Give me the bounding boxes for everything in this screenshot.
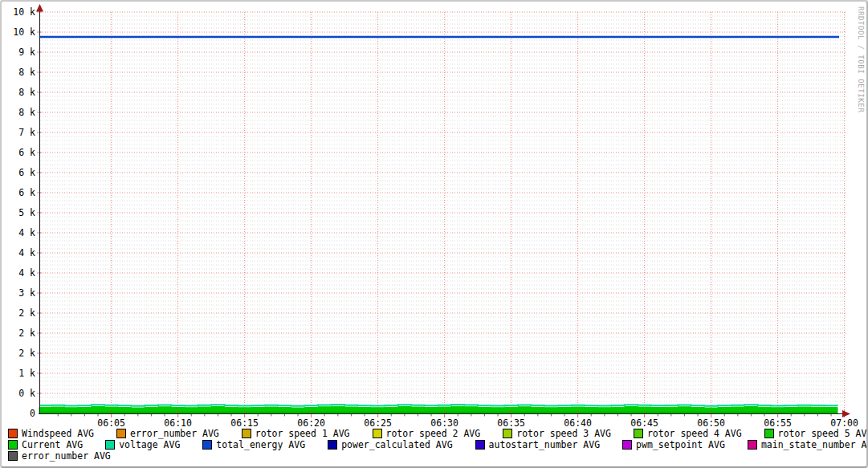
legend-row: Windspeed AVGerror_number AVGrotor speed… [8,428,862,439]
svg-text:8 k: 8 k [18,87,35,98]
svg-text:8 k: 8 k [18,67,35,78]
legend-item: error_number AVG [116,428,219,439]
legend-label: rotor speed 5 AVG [778,428,868,439]
legend-color-swatch-icon [105,440,115,450]
svg-text:4 k: 4 k [18,227,35,238]
legend-item: Windspeed AVG [8,428,94,439]
legend-item: voltage AVG [105,439,180,450]
watermark-text: RRDTOOL / TOBI OETIKER [857,6,865,112]
legend-label: autostart_number AVG [489,439,600,450]
svg-text:10 k: 10 k [13,6,35,18]
svg-text:4 k: 4 k [18,247,35,258]
legend-item: autostart_number AVG [475,439,600,450]
legend-item: power_calculated AVG [328,439,452,450]
legend: Windspeed AVGerror_number AVGrotor speed… [8,428,862,462]
legend-color-swatch-icon [8,451,18,461]
legend-color-swatch-icon [8,440,18,450]
legend-color-swatch-icon [748,440,757,450]
svg-text:06:10: 06:10 [164,417,192,429]
svg-text:3 k: 3 k [18,287,35,299]
legend-label: rotor speed 3 AVG [516,428,611,439]
legend-label: rotor speed 2 AVG [386,428,481,439]
svg-text:06:05: 06:05 [97,417,125,429]
svg-text:07:00: 07:00 [830,417,858,429]
legend-label: error_number AVG [130,428,219,439]
legend-row: error_number AVG [8,450,862,462]
legend-item: rotor speed 4 AVG [634,428,742,439]
svg-text:06:45: 06:45 [630,417,658,429]
legend-label: rotor speed 4 AVG [647,428,742,439]
svg-text:06:25: 06:25 [364,417,392,429]
legend-label: main_state_number AVG [761,439,868,450]
svg-text:1 k: 1 k [18,368,35,379]
svg-text:06:50: 06:50 [697,417,725,429]
legend-label: voltage AVG [119,439,180,450]
svg-text:2 k: 2 k [18,348,35,359]
svg-text:2 k: 2 k [18,328,35,339]
svg-text:5 k: 5 k [18,207,35,218]
svg-text:0 k: 0 k [18,388,35,399]
legend-label: rotor speed 1 AVG [255,428,350,439]
legend-item: Current AVG [8,439,83,450]
svg-text:6 k: 6 k [18,187,35,198]
svg-text:6 k: 6 k [18,147,35,158]
svg-text:06:20: 06:20 [297,417,325,429]
legend-row: Current AVGvoltage AVGtotal_energy AVGpo… [8,439,862,450]
legend-color-swatch-icon [764,429,774,438]
legend-color-swatch-icon [116,429,126,438]
legend-label: Windspeed AVG [22,428,94,439]
svg-text:8 k: 8 k [18,107,35,118]
legend-color-swatch-icon [373,429,382,438]
legend-item: rotor speed 1 AVG [242,428,350,439]
legend-item: main_state_number AVG [748,439,868,450]
legend-label: error_number AVG [22,450,111,462]
svg-text:06:40: 06:40 [564,417,592,429]
svg-text:0: 0 [30,408,35,419]
chart-svg: 10 k10 k9 k8 k8 k8 k7 k6 k6 k6 k5 k4 k4 … [2,2,866,466]
legend-item: rotor speed 2 AVG [373,428,481,439]
svg-text:06:30: 06:30 [430,417,458,429]
svg-text:9 k: 9 k [18,47,35,58]
legend-color-swatch-icon [328,440,337,450]
svg-text:06:55: 06:55 [764,417,792,429]
svg-text:7 k: 7 k [18,127,35,138]
legend-item: rotor speed 5 AVG [764,428,868,439]
legend-color-swatch-icon [475,440,485,450]
legend-label: power_calculated AVG [341,439,452,450]
svg-text:06:15: 06:15 [230,417,259,429]
svg-text:6 k: 6 k [18,167,35,178]
legend-item: error_number AVG [8,450,111,462]
legend-item: rotor speed 3 AVG [503,428,611,439]
legend-label: pwm_setpoint AVG [636,439,725,450]
svg-text:4 k: 4 k [18,267,35,279]
legend-label: total_energy AVG [216,439,305,450]
svg-text:2 k: 2 k [18,307,35,319]
rrdtool-graph: 10 k10 k9 k8 k8 k8 k7 k6 k6 k6 k5 k4 k4 … [0,0,868,468]
legend-color-swatch-icon [8,429,18,438]
legend-color-swatch-icon [634,429,643,438]
legend-color-swatch-icon [202,440,212,450]
legend-color-swatch-icon [503,429,512,438]
legend-item: pwm_setpoint AVG [622,439,725,450]
legend-color-swatch-icon [242,429,251,438]
svg-text:06:35: 06:35 [497,417,525,429]
legend-color-swatch-icon [622,440,632,450]
legend-item: total_energy AVG [202,439,305,450]
legend-label: Current AVG [22,439,83,450]
svg-text:10 k: 10 k [13,26,35,38]
